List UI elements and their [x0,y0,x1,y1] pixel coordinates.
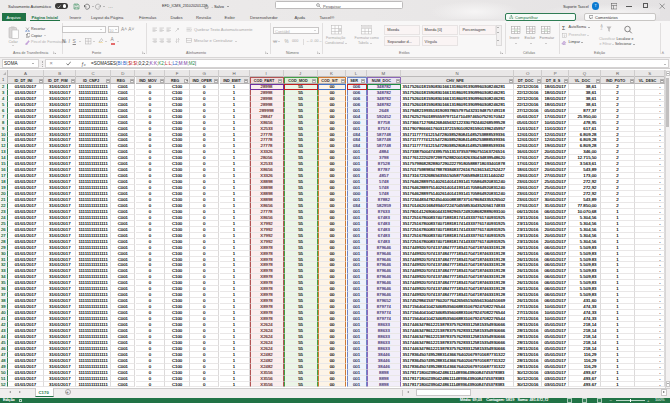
svg-text:A: A [206,4,208,7]
